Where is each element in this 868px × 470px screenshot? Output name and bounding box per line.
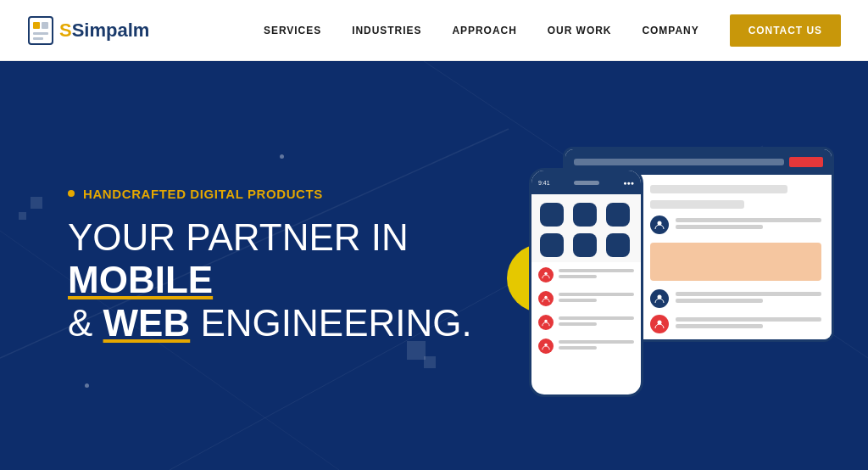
hero-illustration: 9:41 ●●●	[461, 121, 834, 410]
phone-app-icon-2	[573, 203, 597, 227]
hero-title-part1: YOUR PARTNER IN	[68, 216, 409, 258]
tablet-user-lines-1	[676, 218, 821, 232]
phone-app-icon-5	[573, 233, 597, 257]
tablet-content-bar-2	[650, 200, 744, 209]
deco-square-1	[31, 197, 42, 209]
hero-title-mobile: MOBILE	[68, 259, 213, 300]
phone-signal: ●●●	[623, 180, 634, 186]
logo[interactable]: SSimpalm	[27, 15, 149, 46]
svg-rect-4	[33, 37, 43, 40]
svg-rect-0	[29, 17, 53, 44]
nav: SERVICES INDUSTRIES APPROACH OUR WORK CO…	[264, 14, 841, 47]
nav-item-company[interactable]: COMPANY	[642, 25, 698, 36]
phone-list-lines-1	[559, 269, 634, 281]
phone-list-icon-1	[538, 267, 554, 283]
tablet-user-row-2	[650, 289, 821, 308]
phone-list-item-3	[538, 315, 634, 330]
deco-square-4	[424, 356, 436, 368]
phone-app-icon-1	[540, 203, 564, 227]
phone-list	[531, 262, 641, 367]
hero-title-part3: ENGINEERING.	[190, 302, 472, 344]
contact-us-button[interactable]: CONTACT US	[730, 14, 841, 47]
svg-rect-1	[33, 22, 40, 29]
nav-item-approach[interactable]: APPROACH	[452, 25, 516, 36]
phone-mockup: 9:41 ●●●	[529, 168, 643, 397]
tablet-header-bar	[574, 159, 784, 165]
phone-list-item-2	[538, 291, 634, 306]
phone-list-item-1	[538, 267, 634, 283]
nav-item-our-work[interactable]: OUR WORK	[548, 25, 612, 36]
svg-rect-2	[42, 22, 48, 29]
logo-icon	[27, 15, 54, 46]
tablet-user-icon-3	[650, 315, 669, 333]
hero-title-web: WEB	[103, 302, 191, 344]
nav-item-industries[interactable]: INDUSTRIES	[352, 25, 421, 36]
phone-list-lines-3	[559, 316, 634, 328]
phone-list-lines-4	[559, 340, 634, 352]
hero-subtitle: HANDCRAFTED DIGITAL PRODUCTS	[68, 187, 509, 201]
tablet-content-bar-1	[650, 185, 787, 193]
phone-list-icon-3	[538, 315, 554, 330]
deco-dot-2	[85, 383, 89, 388]
deco-square-2	[19, 212, 26, 220]
tablet-header-button	[789, 157, 823, 167]
svg-rect-3	[33, 32, 48, 35]
tablet-user-row-1	[650, 215, 821, 234]
hero-content: HANDCRAFTED DIGITAL PRODUCTS YOUR PARTNE…	[68, 187, 509, 345]
tablet-user-row-3	[650, 315, 821, 333]
tablet-user-icon-2	[650, 289, 669, 308]
deco-dot-1	[280, 154, 284, 159]
phone-app-icon-4	[540, 233, 564, 257]
phone-list-item-4	[538, 339, 634, 354]
phone-list-icon-4	[538, 339, 554, 354]
phone-app-icon-6	[606, 233, 630, 257]
nav-item-services[interactable]: SERVICES	[264, 25, 321, 36]
hero-title-part2: &	[68, 302, 103, 344]
tablet-main-content	[640, 175, 832, 342]
phone-time: 9:41	[538, 180, 550, 186]
phone-notch	[574, 181, 599, 185]
hero-title: YOUR PARTNER IN MOBILE & WEB ENGINEERING…	[68, 216, 509, 345]
tablet-user-lines-3	[676, 317, 821, 331]
phone-app-icon-3	[606, 203, 630, 227]
tablet-user-lines-2	[676, 292, 821, 305]
phone-list-lines-2	[559, 293, 634, 305]
hero-section: HANDCRAFTED DIGITAL PRODUCTS YOUR PARTNE…	[0, 61, 868, 470]
phone-list-icon-2	[538, 291, 554, 306]
phone-icons-grid	[531, 194, 641, 262]
phone-header: 9:41 ●●●	[531, 171, 641, 194]
tablet-card	[650, 243, 821, 281]
tablet-user-icon-1	[650, 215, 669, 234]
header: SSimpalm SERVICES INDUSTRIES APPROACH OU…	[0, 0, 868, 61]
logo-text: SSimpalm	[59, 20, 149, 42]
